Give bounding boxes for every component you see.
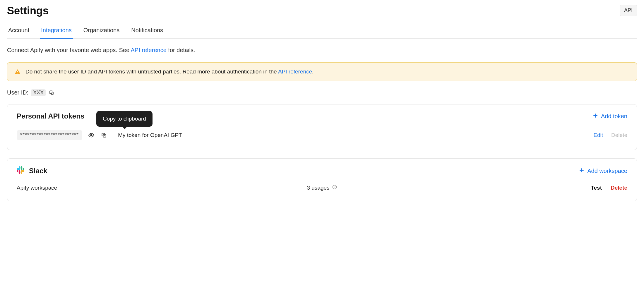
personal-api-tokens-card: Personal API tokens Copy to clipboard Ad… (7, 104, 637, 150)
workspace-usages: 3 usages (307, 185, 329, 191)
copy-token-icon[interactable] (100, 132, 107, 139)
api-reference-link[interactable]: API reference (131, 47, 166, 53)
delete-workspace-button[interactable]: Delete (611, 185, 627, 191)
reveal-token-icon[interactable] (88, 131, 95, 139)
plus-icon (593, 113, 598, 120)
intro-after: for details. (167, 47, 195, 53)
svg-rect-0 (17, 71, 18, 72)
test-workspace-button[interactable]: Test (591, 185, 602, 191)
copy-user-id-icon[interactable] (48, 90, 55, 96)
warning-icon (14, 68, 21, 75)
user-id-row: User ID: XXX (7, 89, 637, 96)
page-title: Settings (7, 5, 49, 17)
svg-point-8 (90, 134, 92, 136)
svg-rect-1 (17, 73, 18, 73)
add-token-label: Add token (601, 113, 627, 120)
alert-text: Do not share the user ID and API tokens … (25, 68, 314, 75)
token-name: My token for OpenAI GPT (118, 132, 182, 138)
tab-account[interactable]: Account (7, 24, 30, 39)
add-workspace-label: Add workspace (587, 168, 627, 174)
add-workspace-button[interactable]: Add workspace (579, 168, 627, 174)
intro-before: Connect Apify with your favorite web app… (7, 47, 131, 53)
token-masked-value: ************************* (17, 130, 82, 140)
slack-icon (17, 166, 24, 176)
api-button[interactable]: API (620, 5, 637, 16)
warning-alert: Do not share the user ID and API tokens … (7, 62, 637, 81)
add-token-button[interactable]: Add token (593, 113, 627, 120)
alert-before: Do not share the user ID and API tokens … (25, 68, 278, 75)
tokens-card-title: Personal API tokens (17, 112, 84, 120)
slack-workspace-row: Apify workspace 3 usages Test Delete (17, 182, 627, 193)
user-id-value: XXX (31, 89, 46, 96)
slack-card: Slack Add workspace Apify workspace 3 us… (7, 158, 637, 201)
tab-integrations[interactable]: Integrations (40, 24, 73, 39)
tabs: Account Integrations Organizations Notif… (7, 24, 637, 39)
workspace-name: Apify workspace (17, 185, 307, 191)
svg-point-16 (334, 188, 335, 188)
alert-api-reference-link[interactable]: API reference (278, 68, 312, 75)
user-id-label: User ID: (7, 89, 28, 96)
intro-text: Connect Apify with your favorite web app… (7, 47, 637, 54)
plus-icon (579, 168, 584, 174)
delete-token-button: Delete (611, 132, 627, 138)
alert-after: . (312, 68, 314, 75)
token-row: ************************* My token for O… (17, 128, 627, 142)
tab-organizations[interactable]: Organizations (82, 24, 121, 39)
edit-token-button[interactable]: Edit (593, 132, 603, 138)
copy-tooltip: Copy to clipboard (96, 111, 153, 127)
slack-card-title: Slack (29, 167, 47, 175)
help-icon[interactable] (332, 184, 337, 191)
tab-notifications[interactable]: Notifications (130, 24, 164, 39)
